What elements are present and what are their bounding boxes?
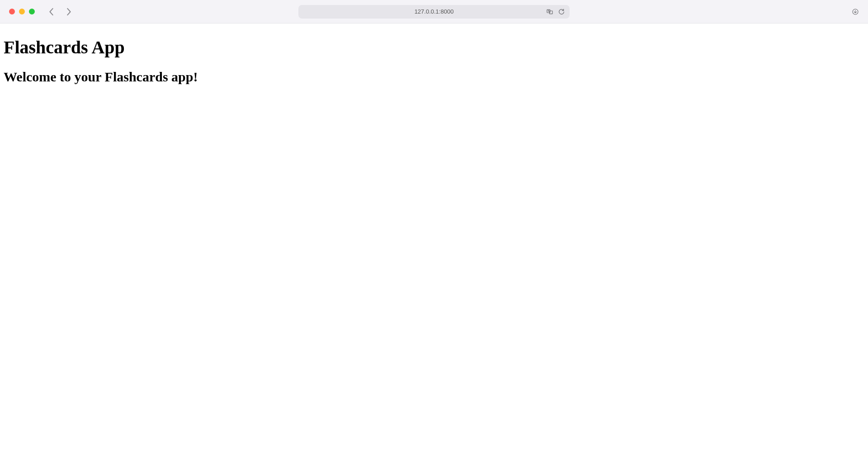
maximize-window-button[interactable] xyxy=(29,9,35,14)
toolbar-right xyxy=(852,8,859,15)
window-controls xyxy=(9,9,35,14)
browser-toolbar: 127.0.0.1:8000 xyxy=(0,0,868,24)
forward-button[interactable] xyxy=(66,8,72,16)
download-icon xyxy=(852,8,859,15)
nav-buttons xyxy=(48,8,72,16)
reload-icon xyxy=(558,8,565,15)
address-bar[interactable]: 127.0.0.1:8000 xyxy=(298,5,570,19)
address-bar-icons xyxy=(546,8,565,15)
page-content: Flashcards App Welcome to your Flashcard… xyxy=(0,24,868,100)
chevron-right-icon xyxy=(66,8,72,16)
chevron-left-icon xyxy=(48,8,55,16)
translate-button[interactable] xyxy=(546,8,553,15)
reload-button[interactable] xyxy=(558,8,565,15)
page-subtitle: Welcome to your Flashcards app! xyxy=(4,69,864,85)
url-text: 127.0.0.1:8000 xyxy=(415,8,454,15)
translate-icon xyxy=(546,8,553,15)
back-button[interactable] xyxy=(48,8,55,16)
downloads-button[interactable] xyxy=(852,8,859,15)
minimize-window-button[interactable] xyxy=(19,9,25,14)
close-window-button[interactable] xyxy=(9,9,15,14)
page-title: Flashcards App xyxy=(4,37,864,58)
